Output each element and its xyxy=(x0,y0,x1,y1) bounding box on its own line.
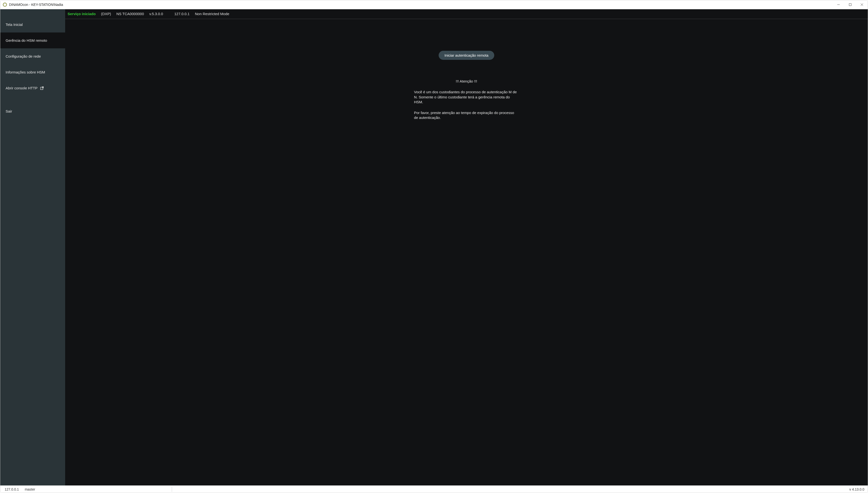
statusbar-left: 127.0.0.1 master xyxy=(5,487,35,491)
statusbar-version: v 4.13.0.0 xyxy=(849,487,865,491)
sidebar-item-label: Informações sobre HSM xyxy=(6,70,45,74)
sidebar-item-home[interactable]: Tela Inicial xyxy=(0,17,65,33)
app-body: Tela Inicial Gerência do HSM remoto Conf… xyxy=(0,9,868,486)
sidebar: Tela Inicial Gerência do HSM remoto Conf… xyxy=(0,9,65,486)
top-status-bar: Serviço iniciado (DXP) NS TCA0000000 v.5… xyxy=(65,9,868,19)
sidebar-item-label: Gerência do HSM remoto xyxy=(6,38,47,42)
external-link-icon xyxy=(40,86,44,90)
warning-title: !!! Atenção !!! xyxy=(414,79,519,84)
sidebar-item-remote-hsm-management[interactable]: Gerência do HSM remoto xyxy=(0,33,65,48)
service-status: Serviço iniciado xyxy=(68,12,96,16)
sidebar-item-label: Configuração de rede xyxy=(6,54,41,58)
app-window: DINAMOcon - KEY-STATION\Nadia Tela Inici… xyxy=(0,0,868,493)
sidebar-item-exit[interactable]: Sair xyxy=(0,103,65,119)
warning-paragraph-1: Você é um dos custodiantes do processo d… xyxy=(414,90,519,105)
app-icon xyxy=(3,2,7,7)
window-title: DINAMOcon - KEY-STATION\Nadia xyxy=(9,3,832,6)
ip-label: 127.0.0.1 xyxy=(174,12,189,16)
sidebar-item-label: Tela Inicial xyxy=(6,22,23,27)
serial-label: NS TCA0000000 xyxy=(116,12,144,16)
mode-label: Non Restricted Mode xyxy=(195,12,229,16)
maximize-button[interactable] xyxy=(844,0,856,9)
close-button[interactable] xyxy=(856,0,868,9)
svg-point-0 xyxy=(3,3,6,6)
sidebar-item-open-http-console[interactable]: Abrir console HTTP xyxy=(0,80,65,96)
main-panel: Serviço iniciado (DXP) NS TCA0000000 v.5… xyxy=(65,9,868,486)
sidebar-item-network-config[interactable]: Configuração de rede xyxy=(0,48,65,64)
statusbar-user: master xyxy=(25,487,35,491)
window-controls xyxy=(832,0,868,9)
svg-rect-2 xyxy=(849,4,851,6)
main-content: Iniciar autenticação remota !!! Atenção … xyxy=(65,19,868,486)
svg-line-6 xyxy=(42,87,43,88)
statusbar-ip: 127.0.0.1 xyxy=(5,487,19,491)
warning-block: !!! Atenção !!! Você é um dos custodiant… xyxy=(414,79,519,121)
sidebar-item-label: Sair xyxy=(6,109,12,113)
warning-paragraph-2: Por favor, preste atenção ao tempo de ex… xyxy=(414,110,519,121)
titlebar: DINAMOcon - KEY-STATION\Nadia xyxy=(0,0,868,9)
sidebar-item-label: Abrir console HTTP xyxy=(6,86,38,90)
sidebar-item-hsm-info[interactable]: Informações sobre HSM xyxy=(0,64,65,80)
minimize-button[interactable] xyxy=(832,0,844,9)
model-label: (DXP) xyxy=(101,12,111,16)
statusbar: 127.0.0.1 master v 4.13.0.0 xyxy=(0,486,868,493)
start-remote-auth-button[interactable]: Iniciar autenticação remota xyxy=(439,51,494,60)
firmware-version: v.5.3.0.0 xyxy=(149,12,163,16)
